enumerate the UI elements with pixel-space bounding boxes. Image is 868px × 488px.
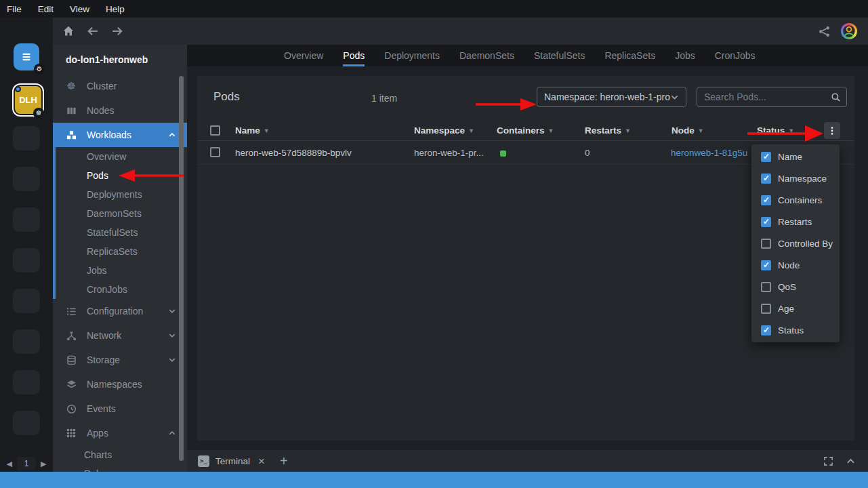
sidebar-subitem-daemonsets[interactable]: DaemonSets — [56, 204, 187, 223]
back-icon[interactable] — [85, 24, 100, 39]
sidebar-subitem-deployments[interactable]: Deployments — [56, 185, 187, 204]
sidebar-item-label: Configuration — [87, 306, 143, 317]
column-header-node[interactable]: Node▼ — [671, 125, 704, 136]
sidebar-subitem-releases[interactable]: Releases — [53, 464, 187, 472]
column-header-namespace[interactable]: Namespace▼ — [414, 125, 474, 136]
page-next-icon[interactable]: ▶ — [41, 460, 46, 468]
checkbox-icon[interactable] — [761, 325, 771, 336]
new-terminal-icon[interactable]: + — [280, 454, 288, 468]
sidebar-item-events[interactable]: Events — [53, 396, 187, 421]
nodes-icon — [65, 106, 77, 116]
tab-statefulsets[interactable]: StatefulSets — [534, 45, 585, 66]
column-menu-item-namespace[interactable]: Namespace — [751, 167, 840, 189]
select-all-checkbox[interactable] — [210, 125, 220, 136]
sidebar-item-label: Namespaces — [87, 379, 142, 390]
sort-caret-icon: ▼ — [625, 127, 631, 134]
sidebar-item-cluster[interactable]: ☸ Cluster — [53, 74, 187, 98]
checkbox-icon[interactable] — [761, 174, 771, 184]
sidebar-subitem-cronjobs[interactable]: CronJobs — [56, 280, 187, 299]
sort-caret-icon: ▼ — [548, 127, 554, 134]
column-menu-item-qos[interactable]: QoS — [751, 276, 840, 298]
sidebar-item-label: Events — [87, 403, 116, 414]
chevron-down-icon — [168, 331, 176, 340]
cluster-placeholder — [13, 207, 40, 232]
menu-help[interactable]: Help — [106, 4, 125, 14]
column-menu-item-status[interactable]: Status — [751, 319, 840, 341]
sidebar-item-label: Storage — [87, 354, 120, 365]
menu-edit[interactable]: Edit — [38, 4, 54, 14]
tab-replicasets[interactable]: ReplicaSets — [604, 45, 655, 66]
checkbox-icon[interactable] — [761, 152, 771, 162]
checkbox-icon[interactable] — [761, 239, 771, 249]
active-cluster-avatar[interactable]: DLH ☸ — [12, 83, 44, 117]
checkbox-icon[interactable] — [761, 260, 771, 270]
sidebar-item-label: Cluster — [87, 81, 117, 92]
column-menu-item-containers[interactable]: Containers — [751, 189, 840, 211]
tab-jobs[interactable]: Jobs — [675, 45, 695, 66]
status-bar — [0, 472, 868, 488]
sidebar-item-storage[interactable]: Storage — [53, 348, 187, 372]
column-settings-button[interactable] — [824, 122, 840, 139]
column-header-containers[interactable]: Containers▼ — [497, 125, 554, 136]
tab-pods[interactable]: Pods — [343, 45, 365, 66]
column-header-restarts[interactable]: Restarts▼ — [585, 125, 631, 136]
sidebar-item-nodes[interactable]: Nodes — [53, 98, 187, 123]
close-terminal-icon[interactable]: × — [258, 455, 265, 467]
sidebar-subitem-statefulsets[interactable]: StatefulSets — [56, 223, 187, 242]
checkbox-icon[interactable] — [761, 304, 771, 314]
tab-bar: Overview Pods Deployments DaemonSets Sta… — [187, 45, 868, 66]
column-header-status[interactable]: Status▼ — [757, 125, 794, 136]
search-input[interactable] — [704, 92, 831, 102]
checkbox-icon[interactable] — [761, 217, 771, 227]
page-title: Pods — [213, 90, 240, 104]
terminal-tab-label[interactable]: Terminal — [215, 456, 250, 466]
row-checkbox[interactable] — [210, 147, 220, 157]
cluster-placeholder — [13, 248, 40, 272]
checkbox-icon[interactable] — [761, 282, 771, 292]
page-prev-icon[interactable]: ◀ — [7, 460, 12, 468]
sidebar-item-configuration[interactable]: Configuration — [53, 299, 187, 323]
menu-file[interactable]: File — [7, 4, 22, 14]
sidebar-item-namespaces[interactable]: Namespaces — [53, 372, 187, 396]
sidebar-item-apps[interactable]: Apps — [53, 421, 187, 445]
column-menu-item-age[interactable]: Age — [751, 298, 840, 319]
app-rail: ⚙ DLH ☸ ◀ 1 ▶ — [0, 18, 53, 472]
checkbox-icon[interactable] — [761, 195, 771, 205]
sidebar-subitem-overview[interactable]: Overview — [56, 147, 187, 166]
column-menu-item-controlled-by[interactable]: Controlled By — [751, 232, 840, 254]
sidebar-subitem-replicasets[interactable]: ReplicaSets — [56, 242, 187, 261]
home-icon[interactable] — [61, 24, 76, 39]
sidebar-subitem-charts[interactable]: Charts — [53, 445, 187, 464]
pod-name: heron-web-57d58889b-bpvlv — [235, 148, 352, 158]
share-icon[interactable] — [817, 24, 831, 39]
column-header-name[interactable]: Name▼ — [235, 125, 270, 136]
sidebar-item-network[interactable]: Network — [53, 323, 187, 348]
user-avatar[interactable] — [841, 23, 857, 39]
cluster-placeholder — [13, 289, 40, 313]
cluster-placeholder — [13, 329, 40, 354]
namespace-filter-select[interactable]: Namespace: heron-web-1-pro — [537, 87, 686, 107]
forward-icon[interactable] — [110, 24, 125, 39]
column-menu-item-node[interactable]: Node — [751, 254, 840, 276]
column-menu-item-restarts[interactable]: Restarts — [751, 211, 840, 232]
collapse-dock-icon[interactable] — [846, 456, 856, 466]
tab-overview[interactable]: Overview — [284, 45, 323, 66]
fullscreen-icon[interactable] — [823, 456, 833, 466]
catalog-button[interactable]: ⚙ — [14, 43, 39, 70]
tab-deployments[interactable]: Deployments — [384, 45, 440, 66]
column-menu-item-name[interactable]: Name — [751, 146, 840, 167]
pod-node-link[interactable]: heronweb-1-81g5u — [671, 148, 747, 158]
toolbar — [53, 18, 868, 45]
sidebar-item-label: Workloads — [87, 129, 131, 140]
sidebar-item-label: Apps — [87, 428, 108, 439]
sidebar-scrollbar[interactable] — [179, 76, 184, 461]
tab-daemonsets[interactable]: DaemonSets — [459, 45, 514, 66]
sidebar-item-workloads[interactable]: Workloads — [53, 123, 187, 147]
sidebar-subitem-pods[interactable]: Pods — [56, 166, 187, 185]
search-icon[interactable] — [831, 92, 841, 102]
configuration-icon — [65, 306, 77, 317]
sidebar-subitem-jobs[interactable]: Jobs — [56, 261, 187, 280]
menu-view[interactable]: View — [70, 4, 89, 14]
pod-namespace: heron-web-1-pr... — [414, 148, 484, 158]
tab-cronjobs[interactable]: CronJobs — [715, 45, 756, 66]
